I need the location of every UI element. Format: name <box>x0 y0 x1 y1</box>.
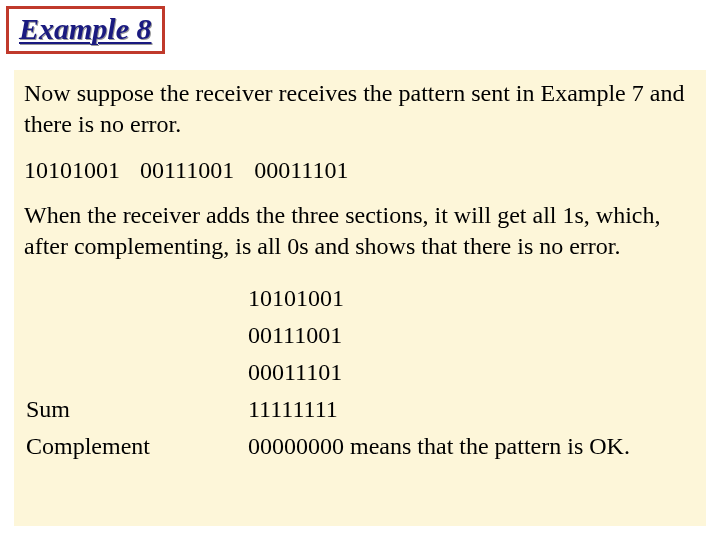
row-label: Complement <box>26 428 248 465</box>
table-row: Sum 11111111 <box>26 391 630 428</box>
row-label <box>26 280 248 317</box>
row-label <box>26 354 248 391</box>
row-label: Sum <box>26 391 248 428</box>
explanation-paragraph: When the receiver adds the three section… <box>24 200 696 261</box>
intro-paragraph: Now suppose the receiver receives the pa… <box>24 78 696 139</box>
row-label <box>26 317 248 354</box>
table-row: 10101001 <box>26 280 630 317</box>
content-area: Now suppose the receiver receives the pa… <box>14 70 706 526</box>
table-row: 00011101 <box>26 354 630 391</box>
page-title: Example 8 <box>19 12 152 45</box>
row-value: 00000000 means that the pattern is OK. <box>248 428 630 465</box>
table-row: 00111001 <box>26 317 630 354</box>
row-value: 11111111 <box>248 391 630 428</box>
calculation-table: 10101001 00111001 00011101 Sum 11111111 … <box>26 280 630 466</box>
title-box: Example 8 <box>6 6 165 54</box>
slide: Example 8 Now suppose the receiver recei… <box>0 0 720 540</box>
row-value: 00011101 <box>248 354 630 391</box>
table-row: Complement 00000000 means that the patte… <box>26 428 630 465</box>
received-pattern: 10101001 00111001 00011101 <box>24 155 696 186</box>
row-value: 00111001 <box>248 317 630 354</box>
row-value: 10101001 <box>248 280 630 317</box>
